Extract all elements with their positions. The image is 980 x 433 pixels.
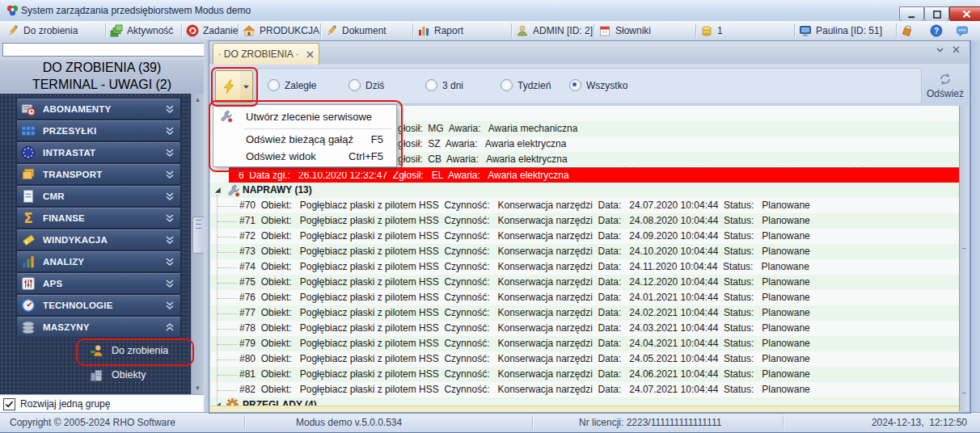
toolbar-separator bbox=[896, 23, 898, 38]
tab-close-icon[interactable] bbox=[306, 50, 315, 59]
radio-dzis[interactable]: Dziś bbox=[348, 79, 384, 91]
repair-row-77[interactable]: #77 Obiekt: Pogłębiacz płaski z pilotem … bbox=[210, 305, 959, 321]
toolbar-item-produkcja[interactable]: PRODUKCJA bbox=[243, 23, 319, 39]
tab-close-all-icon[interactable] bbox=[952, 45, 961, 54]
chevron-double-down-icon[interactable] bbox=[165, 213, 175, 223]
task-icon bbox=[186, 24, 199, 37]
close-button[interactable] bbox=[949, 6, 980, 22]
menu-separator bbox=[244, 128, 392, 129]
toolbar-item-aktywność[interactable]: Aktywność bbox=[110, 23, 173, 39]
terminal-counter-header[interactable]: TERMINAL - UWAGI (2) bbox=[0, 78, 204, 92]
sidebar-group-aps[interactable]: APS bbox=[16, 272, 181, 294]
svg-text:?: ? bbox=[934, 27, 939, 36]
repair-row-74[interactable]: #74 Obiekt: Pogłębiacz płaski z pilotem … bbox=[210, 259, 959, 275]
refresh-button[interactable]: Odśwież bbox=[923, 69, 967, 103]
toolbar-item-dokument[interactable]: Dokument bbox=[325, 23, 387, 39]
list-scrollbar[interactable] bbox=[959, 106, 969, 411]
repair-row-72[interactable]: #72 Obiekt: Pogłębiacz płaski z pilotem … bbox=[210, 229, 959, 244]
calendar-icon bbox=[598, 24, 611, 37]
radio-3dni[interactable]: 3 dni bbox=[425, 79, 463, 91]
todo-counter-header[interactable]: DO ZROBIENIA (39) bbox=[0, 61, 204, 75]
sidebar-group-maszyny[interactable]: MASZYNY bbox=[16, 316, 181, 338]
repair-row-81[interactable]: #81 Obiekt: Pogłębiacz płaski z pilotem … bbox=[210, 367, 959, 382]
repair-row-73[interactable]: #73 Obiekt: Pogłębiacz płaski z pilotem … bbox=[210, 244, 959, 259]
minimize-button[interactable] bbox=[899, 6, 924, 22]
help-icon: ? bbox=[930, 24, 943, 37]
quick-action-dropdown-button[interactable] bbox=[240, 70, 253, 103]
list-horizontal-scrollbar[interactable] bbox=[210, 406, 959, 412]
toolbar-item-raport[interactable]: Raport bbox=[417, 23, 463, 39]
radio-circle bbox=[501, 79, 513, 91]
chevron-double-down-icon[interactable] bbox=[165, 126, 175, 136]
repair-row-76[interactable]: #76 Obiekt: Pogłębiacz płaski z pilotem … bbox=[210, 290, 959, 305]
chevron-double-down-icon[interactable] bbox=[165, 170, 175, 179]
repair-row-75[interactable]: #75 Obiekt: Pogłębiacz płaski z pilotem … bbox=[210, 275, 959, 290]
toolbar-item-do-zrobienia[interactable]: Do zrobienia bbox=[6, 23, 78, 39]
tab-list-chevron-icon[interactable] bbox=[936, 45, 944, 54]
radio-tydzien[interactable]: Tydzień bbox=[501, 79, 551, 91]
sidebar-item-partial[interactable] bbox=[89, 389, 103, 394]
toolbar-item-słowniki[interactable]: Słowniki bbox=[598, 23, 651, 39]
scroll-down-icon[interactable]: ▼ bbox=[192, 383, 203, 393]
sidebar-group-intrastat[interactable]: INTRASTAT bbox=[16, 141, 181, 163]
sidebar-splitter[interactable] bbox=[204, 40, 209, 412]
sidebar-scrollbar-thumb[interactable] bbox=[192, 216, 205, 254]
chevron-double-down-icon[interactable] bbox=[165, 104, 175, 114]
sidebar-search-input[interactable] bbox=[2, 43, 206, 57]
sidebar-group-technologie[interactable]: TECHNOLOGIE bbox=[16, 294, 181, 316]
chevron-double-up-icon[interactable] bbox=[165, 322, 175, 332]
toolbar-item-1[interactable]: 1 bbox=[700, 23, 723, 39]
sidebar-item-do-zrobienia[interactable]: Do zrobienia bbox=[89, 340, 168, 361]
sidebar-scrollbar[interactable]: ▲ ▼ bbox=[191, 94, 204, 394]
expand-option-bar: Rozwijaj jedną grupę bbox=[0, 394, 204, 413]
maximize-button[interactable] bbox=[924, 6, 949, 22]
menu-item-utworz-zlecenie[interactable]: Utwórz zlecenie serwisowe bbox=[213, 107, 396, 125]
chevron-double-down-icon[interactable] bbox=[165, 279, 175, 288]
chevron-double-down-icon[interactable] bbox=[165, 301, 175, 310]
sidebar-item-obiekty[interactable]: Obiekty bbox=[89, 364, 146, 385]
expand-one-group-checkbox[interactable] bbox=[3, 398, 15, 410]
toolbar-item-admin-id-2-[interactable]: ADMIN [ID: 2] bbox=[516, 23, 593, 39]
scroll-up-icon[interactable]: ▲ bbox=[192, 95, 203, 105]
maszyny-icon bbox=[21, 320, 36, 334]
user-icon bbox=[516, 24, 529, 37]
toolbar-item-zadanie[interactable]: Zadanie bbox=[186, 23, 238, 39]
repair-row-82[interactable]: #82 Obiekt: Pogłębiacz płaski z pilotem … bbox=[210, 382, 959, 397]
expanded-triangle-icon[interactable] bbox=[214, 187, 222, 194]
chevron-double-down-icon[interactable] bbox=[165, 257, 175, 267]
home-icon bbox=[243, 24, 256, 37]
sidebar-navigation: ABONAMENTYPRZESYŁKIINTRASTATTRANSPORTCMR… bbox=[0, 94, 204, 394]
tab-do-zrobienia[interactable]: · DO ZROBIENIA · bbox=[213, 43, 319, 65]
chat-button[interactable] bbox=[956, 23, 969, 39]
menu-item-odswiez-galaz[interactable]: Odśwież bieżącą gałąź F5 bbox=[213, 130, 396, 148]
abonamenty-icon bbox=[21, 102, 36, 116]
repair-row-79[interactable]: #79 Obiekt: Pogłębiacz płaski z pilotem … bbox=[210, 336, 959, 351]
radio-zalegle[interactable]: Zaległe bbox=[268, 79, 316, 91]
sidebar-group-przesyłki[interactable]: PRZESYŁKI bbox=[16, 120, 181, 141]
quick-action-button[interactable] bbox=[215, 70, 242, 103]
toolbar-item-paulina-id-51-[interactable]: Paulina [ID: 51] bbox=[799, 23, 882, 39]
sidebar-group-analizy[interactable]: ANALIZY bbox=[16, 250, 181, 272]
repair-row-70[interactable]: #70 Obiekt: Pogłębiacz płaski z pilotem … bbox=[210, 198, 959, 213]
report-icon bbox=[417, 24, 430, 37]
chevron-double-down-icon[interactable] bbox=[165, 191, 175, 201]
sidebar-group-finanse[interactable]: ΣFINANSE bbox=[16, 207, 181, 229]
help-button[interactable]: ? bbox=[930, 23, 943, 39]
chevron-double-down-icon[interactable] bbox=[165, 148, 175, 158]
sidebar-group-windykacja[interactable]: WINDYKACJA bbox=[16, 229, 181, 250]
repair-row-71[interactable]: #71 Obiekt: Pogłębiacz płaski z pilotem … bbox=[210, 213, 959, 229]
group-header-naprawy[interactable]: NAPRAWY (13) bbox=[210, 183, 959, 198]
status-datetime: 2024-12-13, 12:12:50 bbox=[872, 417, 967, 428]
selected-row[interactable]: 6 Data zgł.: 26.10.2020 12:32:47 Zgłosił… bbox=[210, 167, 959, 183]
sidebar-group-cmr[interactable]: CMR bbox=[16, 185, 181, 207]
menu-item-odswiez-widok[interactable]: Odśwież widok Ctrl+F5 bbox=[213, 147, 396, 165]
sidebar-group-abonamenty[interactable]: ABONAMENTY bbox=[16, 98, 181, 120]
chevron-double-down-icon[interactable] bbox=[165, 235, 175, 245]
repair-row-78[interactable]: #78 Obiekt: Pogłębiacz płaski z pilotem … bbox=[210, 321, 959, 336]
radio-wszystko[interactable]: Wszystko bbox=[569, 79, 627, 91]
sidebar-group-transport[interactable]: TRANSPORT bbox=[16, 163, 181, 185]
selected-row-band[interactable]: 6 Data zgł.: 26.10.2020 12:32:47 Zgłosił… bbox=[229, 167, 959, 184]
paint-button[interactable] bbox=[901, 23, 914, 39]
repair-row-80[interactable]: #80 Obiekt: Pogłębiacz płaski z pilotem … bbox=[210, 351, 959, 367]
toolbar-separator bbox=[105, 23, 107, 38]
